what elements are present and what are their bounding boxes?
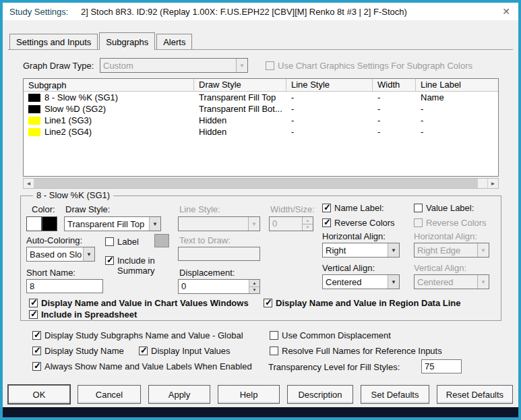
width-cell: - [373,115,416,125]
display-study-name-text: Display Study Name [44,346,124,356]
include-spreadsheet-checkbox-row: Include in Spreadsheet [29,309,137,320]
reverse-colors-text: Reverse Colors [334,218,395,228]
value-label-checkbox[interactable] [414,204,423,212]
display-study-name-checkbox[interactable] [32,347,41,355]
width-size-stepper[interactable]: 0 ▲ ▼ [269,216,313,231]
horizontal-align-right-select[interactable]: Right Edge ▼ [414,243,489,258]
always-show-labels-checkbox[interactable] [32,362,41,371]
label-checkbox-text: Label [117,237,139,247]
draw-style-cell: Hidden [194,127,286,137]
scroll-right-icon[interactable]: ► [487,179,498,188]
subgraphs-global-checkbox[interactable] [32,331,41,340]
display-input-values-checkbox[interactable] [139,347,148,355]
always-show-labels-text: Always Show Name and Value Labels When E… [44,361,252,371]
tab-alerts[interactable]: Alerts [156,34,192,49]
draw-style-select[interactable]: Transparent Fill Top ▼ [64,216,161,231]
use-chart-graphics-checkbox[interactable] [266,61,274,70]
value-label-checkbox-row: Value Label: [414,203,474,213]
subgraph-name: Line2 (SG4) [44,127,92,137]
horizontal-align-label: Horizontal Align: [322,231,386,241]
reset-defaults-button[interactable]: Reset Defaults [437,385,513,404]
secondary-color-swatch[interactable] [42,216,57,231]
common-displacement-checkbox[interactable] [270,331,278,340]
resolve-full-names-checkbox[interactable] [270,347,278,355]
subgraph-color-swatch[interactable] [28,128,40,136]
reverse-colors-right-checkbox[interactable] [414,218,423,227]
dialog-title: Study Settings: [9,7,68,17]
table-header: Subgraph Draw Style Line Style Width Lin… [24,79,498,92]
table-row[interactable]: 8 - Slow %K (SG1) Transparent Fill Top -… [24,92,498,103]
group-title: 8 - Slow %K (SG1) [33,190,113,200]
chevron-down-icon: ▼ [149,217,160,231]
vertical-align-label: Vertical Align: [322,263,375,273]
column-header-subgraph[interactable]: Subgraph [24,79,194,91]
title-bar[interactable]: Study Settings: 2] Stoch 8R3. ID:92 (Rep… [3,3,518,20]
subgraph-color-swatch[interactable] [28,94,40,102]
include-summary-checkbox[interactable] [105,256,114,265]
display-region-line-checkbox-row: Display Name and Value in Region Data Li… [264,298,461,308]
column-header-line-style[interactable]: Line Style [286,79,373,91]
reverse-colors-right-text: Reverse Colors [426,218,487,228]
label-checkbox[interactable] [105,237,114,246]
auto-coloring-select[interactable]: Based on Slo ▼ [26,247,95,262]
chevron-down-icon: ▼ [388,243,399,257]
display-region-line-text: Display Name and Value in Region Data Li… [276,298,461,308]
tab-subgraphs[interactable]: Subgraphs [99,32,155,50]
text-to-draw-label: Text to Draw: [179,235,231,245]
include-spreadsheet-checkbox[interactable] [29,310,38,319]
name-label-checkbox[interactable] [322,204,331,212]
common-displacement-text: Use Common Displacement [282,330,391,340]
spin-up-icon[interactable]: ▲ [303,217,313,224]
text-to-draw-input[interactable] [178,247,260,261]
vertical-align-select[interactable]: Centered ▼ [322,274,400,289]
transparency-input[interactable] [421,359,462,373]
scrollbar-thumb[interactable] [34,179,478,188]
use-chart-graphics-label: Use Chart Graphics Settings For Subgraph… [278,61,472,71]
tab-pane-border [8,49,513,50]
vertical-align-right-label: Vertical Align: [414,263,466,273]
table-row[interactable]: Slow %D (SG2) Transparent Fill Bot... - … [24,103,498,115]
short-name-input[interactable] [26,279,103,293]
line-label-cell: - [416,127,498,137]
width-cell: - [373,127,416,137]
subgraph-table: Subgraph Draw Style Line Style Width Lin… [23,78,499,177]
apply-button[interactable]: Apply [148,385,210,404]
reverse-colors-checkbox[interactable] [322,218,331,227]
spin-down-icon[interactable]: ▼ [249,287,259,294]
column-header-draw-style[interactable]: Draw Style [194,79,286,91]
horizontal-align-select[interactable]: Right ▼ [322,243,400,258]
column-header-width[interactable]: Width [373,79,416,91]
spin-down-icon[interactable]: ▼ [303,224,313,231]
reverse-colors-right-checkbox-row: Reverse Colors [414,218,487,228]
scroll-left-icon[interactable]: ◄ [24,179,34,188]
reverse-colors-checkbox-row: Reverse Colors [322,218,395,228]
displacement-stepper[interactable]: 0 ▲ ▼ [178,279,260,294]
common-displacement-checkbox-row: Use Common Displacement [270,330,391,340]
column-header-line-label[interactable]: Line Label [416,79,498,91]
ok-button[interactable]: OK [8,385,70,404]
subgraphs-global-checkbox-row: Display Study Subgraphs Name and Value -… [32,330,243,340]
line-style-select[interactable]: ▼ [178,216,260,231]
label-color-button[interactable] [154,234,169,247]
subgraphs-global-text: Display Study Subgraphs Name and Value -… [44,330,243,340]
primary-color-swatch[interactable] [26,216,42,231]
line-label-cell: Name [416,92,498,102]
close-icon[interactable]: ✕ [502,6,510,17]
subgraph-color-swatch[interactable] [28,105,40,113]
vertical-align-right-select[interactable]: Centered ▼ [414,274,489,289]
graph-draw-type-select[interactable]: Custom ▼ [100,58,248,73]
subgraph-color-swatch[interactable] [28,117,40,125]
tab-settings-and-inputs[interactable]: Settings and Inputs [9,34,98,49]
cancel-button[interactable]: Cancel [78,385,141,404]
display-chart-values-text: Display Name and Value in Chart Values W… [41,298,249,308]
table-horizontal-scrollbar[interactable]: ◄ ► [23,178,499,189]
spin-up-icon[interactable]: ▲ [249,280,259,287]
display-chart-values-checkbox[interactable] [29,299,38,307]
description-button[interactable]: Description [287,385,353,404]
graph-draw-type-label: Graph Draw Type: [23,61,94,71]
help-button[interactable]: Help [218,385,280,404]
table-row[interactable]: Line1 (SG3) Hidden - - - [24,115,498,126]
table-row[interactable]: Line2 (SG4) Hidden - - - [24,126,498,138]
set-defaults-button[interactable]: Set Defaults [361,385,429,404]
display-region-line-checkbox[interactable] [264,299,272,307]
